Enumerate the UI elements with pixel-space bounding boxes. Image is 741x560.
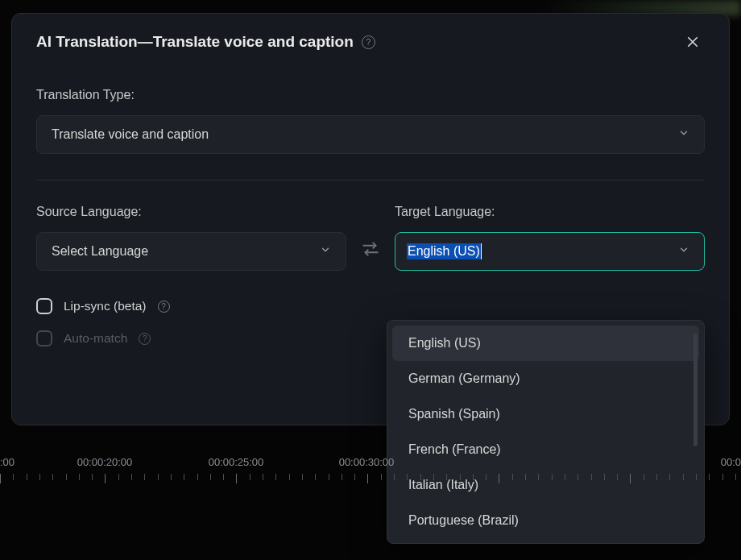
timeline-label: :00 <box>0 456 14 468</box>
dropdown-option[interactable]: German (Germany) <box>392 361 699 396</box>
text-caret <box>481 243 482 259</box>
source-language-column: Source Language: Select Language Lip-syn… <box>36 205 346 346</box>
source-language-value: Select Language <box>52 244 148 259</box>
target-language-column: Target Language: English (US) <box>395 205 705 271</box>
target-language-input[interactable]: English (US) <box>407 243 481 259</box>
swap-languages-button[interactable] <box>360 239 381 259</box>
lip-sync-row: Lip-sync (beta) ? <box>36 298 346 314</box>
target-language-value: English (US) <box>408 244 480 258</box>
timeline-labels: :00 00:00:20:00 00:00:25:00 00:00:30:00 … <box>0 456 741 471</box>
dialog-header: AI Translation—Translate voice and capti… <box>36 30 705 54</box>
timeline-label: 00:00:20:00 <box>77 456 133 468</box>
translation-type-label: Translation Type: <box>36 88 705 102</box>
dialog-title-row: AI Translation—Translate voice and capti… <box>36 33 375 51</box>
close-icon <box>685 35 700 49</box>
timeline[interactable]: :00 00:00:20:00 00:00:25:00 00:00:30:00 … <box>0 456 741 496</box>
close-button[interactable] <box>681 30 705 54</box>
dropdown-scrollbar[interactable] <box>693 334 698 446</box>
auto-match-row: Auto-match ? <box>36 330 346 346</box>
target-language-label: Target Language: <box>395 205 705 219</box>
auto-match-checkbox <box>36 330 52 346</box>
lip-sync-checkbox[interactable] <box>36 298 52 314</box>
help-icon: ? <box>139 333 151 345</box>
lip-sync-label: Lip-sync (beta) <box>64 299 147 313</box>
timeline-label: 00:00:30:00 <box>339 456 395 468</box>
ai-translation-dialog: AI Translation—Translate voice and capti… <box>11 13 730 425</box>
auto-match-label: Auto-match <box>64 331 127 346</box>
divider <box>36 180 705 180</box>
target-language-select[interactable]: English (US) <box>395 232 705 271</box>
dropdown-option[interactable]: Spanish (Spain) <box>392 396 699 432</box>
translation-type-value: Translate voice and caption <box>52 127 209 142</box>
target-language-dropdown: English (US) German (Germany) Spanish (S… <box>387 320 705 544</box>
timeline-ticks <box>0 474 741 485</box>
source-language-select[interactable]: Select Language <box>36 232 346 271</box>
source-language-label: Source Language: <box>36 205 346 219</box>
timeline-label: 00:0 <box>721 456 741 468</box>
dialog-title: AI Translation—Translate voice and capti… <box>36 33 354 51</box>
translation-type-select[interactable]: Translate voice and caption <box>36 115 705 154</box>
timeline-label: 00:00:25:00 <box>209 456 264 468</box>
dropdown-option[interactable]: English (US) <box>392 326 699 361</box>
swap-icon <box>360 239 381 259</box>
dropdown-option[interactable]: Portuguese (Brazil) <box>392 503 699 538</box>
swap-column <box>346 205 395 259</box>
chevron-down-icon <box>320 244 331 259</box>
help-icon[interactable]: ? <box>362 35 375 49</box>
help-icon[interactable]: ? <box>158 301 170 313</box>
chevron-down-icon <box>678 244 689 259</box>
chevron-down-icon <box>678 127 689 142</box>
